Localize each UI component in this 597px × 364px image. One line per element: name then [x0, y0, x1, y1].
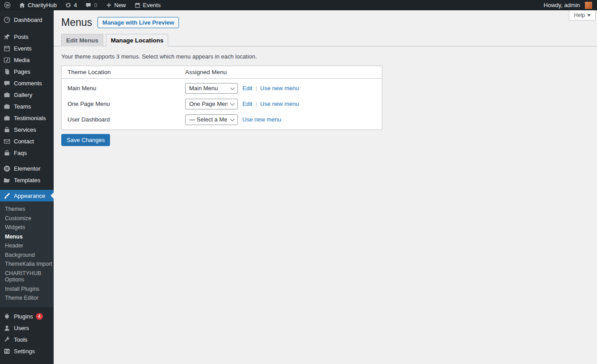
submenu-item-install-plugins[interactable]: Install Plugins	[0, 285, 54, 294]
edit-menu-link[interactable]: Edit	[242, 100, 252, 107]
bag-icon	[3, 126, 11, 134]
sidebar-item-label: Plugins	[14, 313, 33, 320]
submenu-item-theme-editor[interactable]: Theme Editor	[0, 293, 54, 303]
sidebar-item-label: Comments	[14, 80, 42, 87]
sidebar-item-services[interactable]: Services	[0, 124, 54, 135]
howdy-text: Howdy, admin	[544, 2, 580, 8]
sidebar-item-pages[interactable]: Pages	[0, 66, 54, 77]
assigned-menu-select-main-menu[interactable]: Main Menu	[185, 83, 238, 94]
sidebar-item-label: Events	[14, 45, 32, 52]
submenu-item-header[interactable]: Header	[0, 241, 54, 251]
sidebar-item-events[interactable]: Events	[0, 42, 54, 54]
comment-icon	[85, 2, 92, 8]
sidebar-item-comments[interactable]: Comments	[0, 77, 54, 89]
sidebar-item-label: Dashboard	[14, 17, 42, 23]
pages-icon	[3, 68, 11, 75]
user-avatar	[585, 2, 592, 9]
sidebar-item-users[interactable]: Users	[0, 322, 54, 334]
use-new-menu-link[interactable]: Use new menu	[260, 85, 299, 92]
wrench-icon	[3, 336, 11, 343]
wordpress-logo[interactable]	[0, 0, 15, 10]
submenu-item-menus[interactable]: Menus	[0, 232, 54, 242]
media-icon	[3, 56, 11, 64]
plug-icon	[3, 313, 11, 320]
comments-count: 0	[94, 2, 97, 8]
sidebar-item-appearance[interactable]: Appearance	[0, 190, 54, 201]
sidebar-item-label: Tools	[14, 336, 27, 343]
table-row: User Dashboard — Select a Menu — Use new…	[62, 112, 382, 127]
assigned-menu-select-wrap: One Page Menu	[185, 99, 238, 109]
appearance-submenu: Themes Customize Widgets Menus Header Ba…	[0, 201, 54, 307]
use-new-menu-link[interactable]: Use new menu	[242, 116, 281, 123]
table-row: One Page Menu One Page Menu Edit | Use n…	[62, 96, 382, 112]
comment-icon	[3, 79, 11, 87]
sidebar-item-media[interactable]: Media	[0, 54, 54, 66]
sidebar-item-gallery[interactable]: Gallery	[0, 89, 54, 100]
sidebar-item-label: Users	[14, 325, 29, 331]
pushpin-icon	[3, 33, 11, 41]
use-new-menu-link[interactable]: Use new menu	[260, 100, 299, 107]
assigned-menu-select-wrap: — Select a Menu —	[185, 114, 238, 125]
events-link[interactable]: Events	[130, 0, 165, 10]
location-label: User Dashboard	[62, 116, 185, 123]
user-icon	[3, 324, 11, 332]
sidebar-item-label: Services	[14, 126, 36, 133]
submenu-item-customize[interactable]: Customize	[0, 214, 54, 223]
sidebar-item-label: Contact	[14, 138, 34, 145]
table-header-row: Theme Location Assigned Menu	[62, 66, 382, 79]
submenu-item-themekalia-import[interactable]: ThemeKalia Import	[0, 259, 54, 269]
sidebar-item-label: Elementor	[14, 165, 40, 172]
page-title: Menus	[61, 16, 92, 29]
site-name-link[interactable]: CharityHub	[15, 0, 61, 10]
sidebar-item-label: Appearance	[14, 192, 45, 199]
edit-menu-link[interactable]: Edit	[242, 85, 252, 92]
sidebar-item-contact[interactable]: Contact	[0, 135, 54, 147]
tab-manage-locations[interactable]: Manage Locations	[106, 34, 169, 47]
dashboard-icon	[3, 16, 11, 24]
submenu-item-widgets[interactable]: Widgets	[0, 223, 54, 232]
updates-count: 4	[74, 2, 77, 8]
sidebar-item-templates[interactable]: Templates	[0, 174, 54, 186]
sidebar-item-mc4wp[interactable]: MC4WP	[0, 361, 54, 364]
sidebar-item-label: Media	[14, 57, 30, 63]
submenu-item-charityhub-options[interactable]: CHARITYHUB Options	[0, 269, 54, 285]
link-separator: |	[255, 85, 257, 92]
howdy-account-link[interactable]: Howdy, admin	[540, 0, 597, 10]
help-dropdown[interactable]: Help	[569, 10, 596, 21]
theme-menus-description: Your theme supports 3 menus. Select whic…	[54, 46, 597, 60]
elementor-icon	[3, 165, 11, 172]
sidebar-item-label: Pages	[14, 68, 30, 75]
sidebar-item-elementor[interactable]: Elementor	[0, 163, 54, 174]
submenu-item-themes[interactable]: Themes	[0, 205, 54, 214]
chevron-down-icon	[587, 14, 591, 17]
help-label: Help	[574, 12, 585, 18]
submenu-item-background[interactable]: Background	[0, 251, 54, 260]
sidebar-item-plugins[interactable]: Plugins 4	[0, 311, 54, 322]
sidebar-item-dashboard[interactable]: Dashboard	[0, 14, 54, 25]
manage-live-preview-button[interactable]: Manage with Live Preview	[97, 17, 179, 28]
updates-link[interactable]: 4	[61, 0, 81, 10]
sidebar-item-faqs[interactable]: Faqs	[0, 147, 54, 159]
sidebar-item-label: Faqs	[14, 150, 27, 156]
new-content-link[interactable]: New	[102, 0, 130, 10]
assigned-menu-select-one-page-menu[interactable]: One Page Menu	[185, 99, 238, 109]
assigned-menu-select-user-dashboard[interactable]: — Select a Menu —	[185, 114, 238, 125]
save-changes-button[interactable]: Save Changes	[61, 134, 110, 146]
table-row: Main Menu Main Menu Edit | Use new menu	[62, 80, 382, 96]
events-label: Events	[143, 2, 161, 8]
column-header-assigned-menu: Assigned Menu	[185, 69, 227, 75]
sidebar-item-testimonials[interactable]: Testimonials	[0, 112, 54, 124]
home-icon	[19, 2, 25, 8]
tab-edit-menus[interactable]: Edit Menus	[61, 34, 103, 46]
sidebar-item-settings[interactable]: Settings	[0, 346, 54, 357]
sidebar-item-posts[interactable]: Posts	[0, 31, 54, 42]
sidebar-item-tools[interactable]: Tools	[0, 334, 54, 346]
sidebar-item-label: Templates	[14, 177, 40, 184]
column-header-theme-location: Theme Location	[62, 69, 185, 75]
assigned-menu-select-wrap: Main Menu	[185, 83, 238, 94]
sidebar-item-teams[interactable]: Teams	[0, 100, 54, 112]
envelope-icon	[3, 138, 11, 145]
calendar-icon	[134, 2, 141, 8]
comments-link[interactable]: 0	[81, 0, 101, 10]
new-label: New	[114, 2, 126, 8]
